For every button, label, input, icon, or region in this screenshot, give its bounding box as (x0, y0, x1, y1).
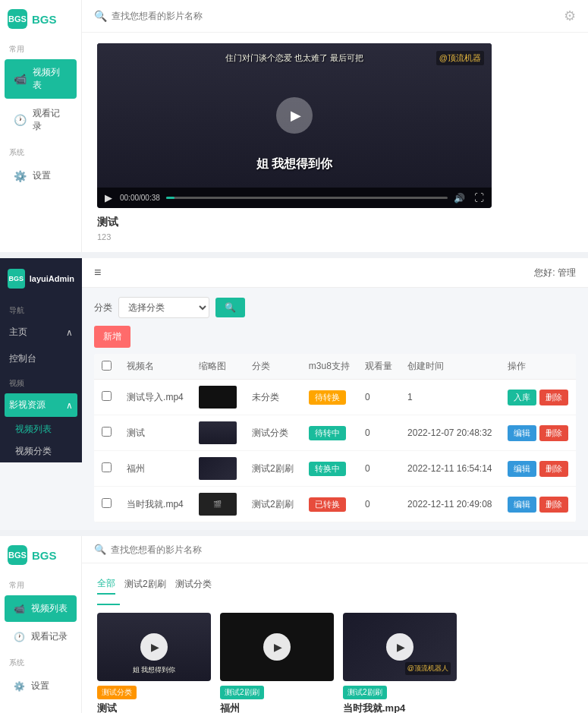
sidebar2-section-nav: 导航 (0, 299, 82, 319)
delete-button[interactable]: 删除 (539, 497, 568, 513)
sidebar-item-watch-history[interactable]: 🕐 观看记录 (5, 100, 77, 140)
filter-search-button[interactable]: 🔍 (215, 298, 245, 317)
sidebar-panel3: BGS BGS 常用 📹 视频列表 🕐 观看记录 系统 ⚙️ 设置 (0, 536, 82, 713)
video-card: 姐 我想得到你 测试分类 测试 0次观看 (97, 613, 211, 713)
card-play-button[interactable] (140, 633, 168, 661)
video-controls: ▶ 00:00/00:38 🔊 ⛶ (97, 188, 492, 208)
row-views: 0 (357, 451, 400, 487)
video-list-icon: 📹 (14, 73, 27, 85)
action-buttons: 编辑 删除 (508, 461, 568, 477)
volume-icon[interactable]: 🔊 (454, 193, 465, 203)
play-pause-button[interactable]: ▶ (105, 192, 112, 203)
action-buttons: 入库 删除 (508, 390, 568, 405)
edit-button[interactable]: 编辑 (508, 497, 536, 513)
video-title: 测试 (97, 216, 573, 229)
time-display: 00:00/00:38 (120, 194, 160, 202)
col-checkbox (94, 354, 119, 380)
video-list-icon3: 📹 (14, 604, 25, 614)
row-thumb (191, 415, 244, 451)
table-body: 测试导入.mp4 未分类 待转换 0 1 入库 删除 (94, 380, 576, 522)
col-created: 创建时间 (400, 354, 500, 380)
row-category: 测试2剧刷 (244, 487, 301, 522)
sidebar3-section-system: 系统 (0, 651, 81, 671)
search-bar-panel3: 🔍 (82, 536, 588, 563)
select-all-checkbox[interactable] (102, 361, 112, 371)
sidebar2-section-video: 视频 (0, 372, 82, 392)
sidebar3-item-video-list[interactable]: 📹 视频列表 (5, 595, 77, 622)
edit-button[interactable]: 编辑 (508, 461, 536, 477)
row-actions: 编辑 删除 (500, 487, 576, 522)
gear-icon-panel1[interactable]: ⚙ (564, 8, 576, 24)
sidebar3-item-watch-history[interactable]: 🕐 观看记录 (5, 623, 77, 650)
filter-category-select[interactable]: 选择分类 (118, 297, 209, 318)
logo-panel3: BGS BGS (0, 536, 81, 574)
panel-admin-table: BGS layuiAdmin 导航 主页 ∧ 控制台 视频 影视资源 ∧ 视频列… (0, 258, 588, 536)
delete-button[interactable]: 删除 (539, 390, 568, 405)
sidebar2-item-video-category[interactable]: 视频分类 (0, 440, 82, 462)
sidebar-section-system: 系统 (0, 141, 81, 161)
search-input-panel1[interactable] (112, 11, 263, 21)
video-card: 测试2剧刷 福州 0次观看 (220, 613, 334, 713)
search-bar-panel1: 🔍 ⚙ (82, 0, 588, 33)
play-button[interactable] (276, 97, 313, 134)
progress-bar[interactable] (166, 197, 448, 199)
table-header: 视频名 缩略图 分类 m3u8支持 观看量 创建时间 操作 (94, 354, 576, 380)
table-row: 测试 测试分类 待转中 0 2022-12-07 20:48:32 编辑 删除 (94, 415, 576, 451)
card-category-badge: 测试2剧刷 (343, 686, 387, 699)
edit-button[interactable]: 编辑 (508, 425, 536, 441)
sidebar3-section-common: 常用 (0, 574, 81, 594)
settings-icon-sidebar: ⚙️ (14, 170, 27, 182)
logo-panel1: BGS BGS (0, 0, 82, 38)
row-checkbox (94, 380, 119, 415)
search-input-panel3[interactable] (111, 544, 263, 555)
video-thumbnail: 姐 我想得到你 (97, 613, 211, 681)
thumbnail (199, 457, 237, 480)
delete-button[interactable]: 删除 (539, 425, 568, 441)
row-views: 0 (357, 415, 400, 451)
row-category: 测试2剧刷 (244, 451, 301, 487)
progress-fill (166, 197, 175, 199)
video-section: 住门对门谈个恋爱 也太难了 最后可把 @顶流机器 姐 我想得到你 ▶ 00:00… (82, 33, 588, 252)
sidebar2-item-dashboard[interactable]: 控制台 (0, 345, 82, 372)
card-title: 福州 (220, 702, 334, 713)
thumbnail (199, 421, 237, 444)
sidebar2-item-media[interactable]: 影视资源 ∧ (5, 393, 77, 417)
admin-header: ≡ 您好: 管理 (82, 258, 588, 288)
table-row: 福州 测试2剧刷 转换中 0 2022-12-11 16:54:14 编辑 删除 (94, 451, 576, 487)
sidebar2-item-home[interactable]: 主页 ∧ (0, 319, 82, 345)
video-subtitle: 姐 我想得到你 (256, 156, 332, 172)
video-thumbnail (220, 613, 334, 681)
video-watermark: @顶流机器 (436, 51, 484, 65)
row-checkbox (94, 415, 119, 451)
row-name: 福州 (119, 451, 191, 487)
panel-video-player: BGS BGS 常用 📹 视频列表 🕐 观看记录 系统 ⚙️ 设置 🔍 ⚙ (0, 0, 588, 258)
search-icon-panel3: 🔍 (94, 544, 106, 555)
row-views: 0 (357, 380, 400, 415)
sidebar-item-video-list[interactable]: 📹 视频列表 (5, 59, 77, 99)
tab-test-cat[interactable]: 测试分类 (175, 575, 212, 594)
card-play-button[interactable] (386, 633, 413, 661)
fullscreen-button[interactable]: ⛶ (474, 192, 484, 203)
videos-table: 视频名 缩略图 分类 m3u8支持 观看量 创建时间 操作 测试导入.mp4 (94, 354, 576, 522)
sidebar-item-settings[interactable]: ⚙️ 设置 (5, 162, 77, 189)
card-subtitle: 姐 我想得到你 (103, 665, 205, 675)
delete-button[interactable]: 删除 (539, 461, 568, 477)
tab-test2[interactable]: 测试2剧刷 (124, 575, 166, 594)
status-badge: 已转换 (309, 497, 346, 512)
row-created: 2022-12-07 20:48:32 (400, 415, 500, 451)
card-play-button[interactable] (263, 633, 291, 661)
hamburger-icon[interactable]: ≡ (94, 266, 101, 279)
add-button-row: 新增 (94, 326, 576, 348)
video-grid: 姐 我想得到你 测试分类 测试 0次观看 测试2剧刷 福州 (97, 613, 573, 713)
enter-button[interactable]: 入库 (508, 390, 536, 405)
row-thumb (191, 451, 244, 487)
tab-all[interactable]: 全部 (97, 574, 115, 595)
video-player: 住门对门谈个恋爱 也太难了 最后可把 @顶流机器 姐 我想得到你 ▶ 00:00… (97, 43, 492, 208)
add-video-button[interactable]: 新增 (94, 326, 130, 348)
sidebar-section-common: 常用 (0, 38, 81, 58)
video-card: @顶流机器人 测试2剧刷 当时我就.mp4 0次观看 (343, 613, 457, 713)
sidebar2-item-video-list[interactable]: 视频列表 (0, 418, 82, 440)
settings-icon3: ⚙️ (14, 681, 25, 692)
row-m3u8: 已转换 (301, 487, 357, 522)
sidebar3-item-settings[interactable]: ⚙️ 设置 (5, 673, 77, 699)
